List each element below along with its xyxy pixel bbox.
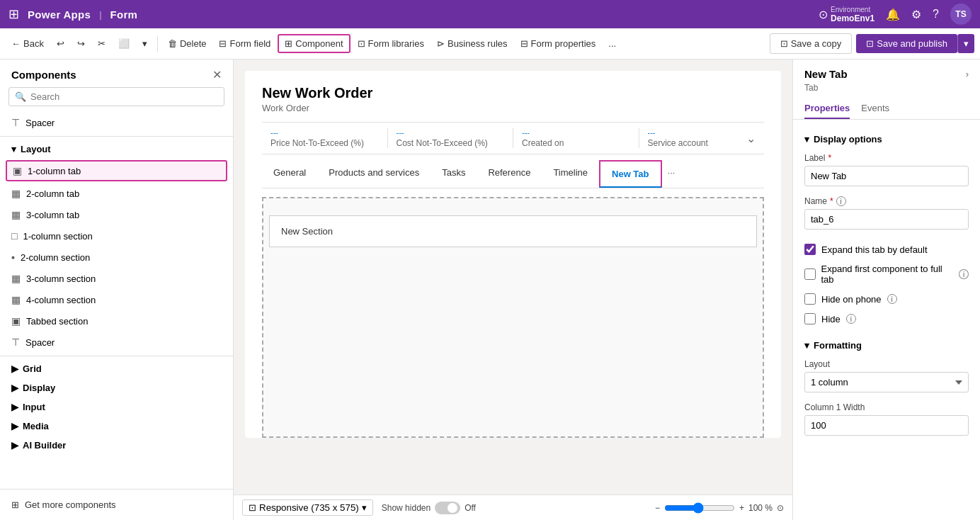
right-panel-body[interactable]: ▾ Display options Label * Name * i xyxy=(793,120,980,520)
form-libraries-button[interactable]: ⊡ Form libraries xyxy=(352,35,430,52)
hide-checkbox[interactable] xyxy=(804,313,816,324)
hide-phone-row[interactable]: Hide on phone i xyxy=(804,289,969,309)
more-button[interactable]: ... xyxy=(603,35,622,52)
search-box[interactable]: 🔍 xyxy=(8,87,224,106)
section-header-grid[interactable]: ▶ Grid xyxy=(0,359,233,378)
expand-full-checkbox[interactable] xyxy=(804,269,816,280)
section-box[interactable]: New Section xyxy=(269,215,757,247)
field-col-3: --- Created on xyxy=(513,128,639,148)
form-field-icon: ⊟ xyxy=(219,38,227,49)
expand-default-checkbox[interactable] xyxy=(804,244,816,255)
business-rules-button[interactable]: ⊳ Business rules xyxy=(431,35,513,52)
tab-products-services[interactable]: Products and services xyxy=(317,160,431,188)
undo-button[interactable]: ↩ xyxy=(51,35,70,52)
section-header-layout[interactable]: ▾ Layout xyxy=(0,140,233,159)
tab-events[interactable]: Events xyxy=(861,98,889,119)
sidebar-item-3-column-tab[interactable]: ▦ 3-column tab xyxy=(0,204,233,225)
field-label-1: --- xyxy=(270,128,379,137)
back-button[interactable]: ← Back xyxy=(6,35,50,52)
form-body[interactable]: New Section xyxy=(262,197,764,438)
col1-width-label: Column 1 Width xyxy=(804,402,969,412)
layout-section-label: Layout xyxy=(21,144,51,154)
business-rules-icon: ⊳ xyxy=(437,38,445,49)
grid-section-label: Grid xyxy=(23,363,42,374)
tab-tasks[interactable]: Tasks xyxy=(431,160,477,188)
sidebar-item-spacer-top[interactable]: ⊤ Spacer xyxy=(0,112,233,133)
component-button[interactable]: ⊞ Component xyxy=(278,34,350,53)
tab-properties[interactable]: Properties xyxy=(804,98,850,119)
name-field-label: Name * i xyxy=(804,196,969,206)
hide-info-icon[interactable]: i xyxy=(846,314,856,324)
zoom-fit-icon[interactable]: ⊙ xyxy=(777,503,784,513)
show-hidden-toggle[interactable]: Show hidden Off xyxy=(382,502,476,514)
sidebar-item-tabbed-section[interactable]: ▣ Tabbed section xyxy=(0,310,233,332)
formatting-section-header[interactable]: ▾ Formatting xyxy=(804,334,969,356)
canvas-scroll[interactable]: New Work Order Work Order --- Price Not-… xyxy=(234,60,792,494)
notification-icon[interactable]: 🔔 xyxy=(886,8,900,21)
sidebar-close-icon[interactable]: ✕ xyxy=(212,68,222,81)
topbar-separator: | xyxy=(99,9,101,20)
save-publish-dropdown-button[interactable]: ▾ xyxy=(957,34,974,53)
user-avatar[interactable]: TS xyxy=(950,4,972,25)
label-input[interactable] xyxy=(804,166,969,186)
sidebar-item-spacer-bottom[interactable]: ⊤ Spacer xyxy=(0,332,233,353)
sidebar-item-1-column-tab[interactable]: ▣ 1-column tab xyxy=(6,160,227,181)
col1-width-input[interactable] xyxy=(804,415,969,436)
section-header-media[interactable]: ▶ Media xyxy=(0,417,233,436)
form-properties-button[interactable]: ⊟ Form properties xyxy=(515,35,602,52)
hide-phone-checkbox[interactable] xyxy=(804,293,816,305)
name-info-icon[interactable]: i xyxy=(836,196,846,206)
expand-icon[interactable]: ⌄ xyxy=(746,132,756,145)
delete-button[interactable]: 🗑 Delete xyxy=(162,35,212,52)
section-header-ai[interactable]: ▶ AI Builder xyxy=(0,436,233,455)
name-input[interactable] xyxy=(804,209,969,230)
layout-select[interactable]: 1 column 2 columns 3 columns xyxy=(804,372,969,392)
sidebar-item-4-column-section[interactable]: ▦ 4-column section xyxy=(0,289,233,310)
sidebar-item-2-column-tab[interactable]: ▦ 2-column tab xyxy=(0,183,233,204)
zoom-minus-icon[interactable]: − xyxy=(655,503,660,513)
tab-general[interactable]: General xyxy=(262,160,317,188)
tab-timeline[interactable]: Timeline xyxy=(542,160,599,188)
get-more-components-button[interactable]: ⊞ Get more components xyxy=(11,497,222,513)
toolbar-separator-1 xyxy=(157,35,158,52)
right-panel-expand-icon[interactable]: › xyxy=(966,69,969,79)
search-input[interactable] xyxy=(30,91,218,102)
field-value-2: Cost Not-To-Exceed (%) xyxy=(397,138,505,148)
sidebar-header: Components ✕ xyxy=(0,60,233,87)
tab-new-tab[interactable]: New Tab xyxy=(599,160,662,188)
zoom-plus-icon[interactable]: + xyxy=(739,503,744,513)
tab-more-button[interactable]: ··· xyxy=(662,160,681,188)
hide-row[interactable]: Hide i xyxy=(804,309,969,329)
expand-full-info-icon[interactable]: i xyxy=(959,269,969,279)
help-icon[interactable]: ? xyxy=(933,8,939,21)
save-copy-button[interactable]: ⊡ Save a copy xyxy=(770,33,853,54)
top-bar: ⊞ Power Apps | Form ⊙ Environment DemoEn… xyxy=(0,0,980,28)
1-column-section-icon: □ xyxy=(11,230,17,242)
col1-width-group: Column 1 Width xyxy=(804,402,969,436)
section-header-display[interactable]: ▶ Display xyxy=(0,378,233,397)
form-field-button[interactable]: ⊟ Form field xyxy=(213,35,276,52)
cut-button[interactable]: ✂ xyxy=(92,35,111,52)
save-publish-button[interactable]: ⊡ Save and publish xyxy=(856,34,957,53)
env-info: ⊙ Environment DemoEnv1 xyxy=(819,6,874,23)
paste-dropdown-button[interactable]: ▾ xyxy=(137,35,153,52)
expand-full-row[interactable]: Expand first component to full tab i xyxy=(804,259,969,289)
hide-phone-info-icon[interactable]: i xyxy=(887,294,897,304)
settings-icon[interactable]: ⚙ xyxy=(911,8,921,21)
responsive-button[interactable]: ⊡ Responsive (735 x 575) ▾ xyxy=(242,499,373,516)
sidebar-item-2-column-section[interactable]: ▪ 2-column section xyxy=(0,247,233,268)
sidebar-item-label: 3-column section xyxy=(26,273,96,284)
copy-button[interactable]: ⬜ xyxy=(113,35,135,52)
section-header-input[interactable]: ▶ Input xyxy=(0,397,233,417)
toggle-switch[interactable] xyxy=(435,502,460,514)
display-options-section-header[interactable]: ▾ Display options xyxy=(804,128,969,150)
spacer-icon: ⊤ xyxy=(11,117,20,128)
canvas-footer: ⊡ Responsive (735 x 575) ▾ Show hidden O… xyxy=(234,494,792,520)
sidebar-item-3-column-section[interactable]: ▦ 3-column section xyxy=(0,268,233,289)
tab-reference[interactable]: Reference xyxy=(477,160,542,188)
sidebar-item-1-column-section[interactable]: □ 1-column section xyxy=(0,225,233,247)
app-grid-icon[interactable]: ⊞ xyxy=(8,6,19,22)
expand-default-row[interactable]: Expand this tab by default xyxy=(804,239,969,259)
redo-button[interactable]: ↪ xyxy=(72,35,91,52)
zoom-slider[interactable] xyxy=(664,502,735,514)
